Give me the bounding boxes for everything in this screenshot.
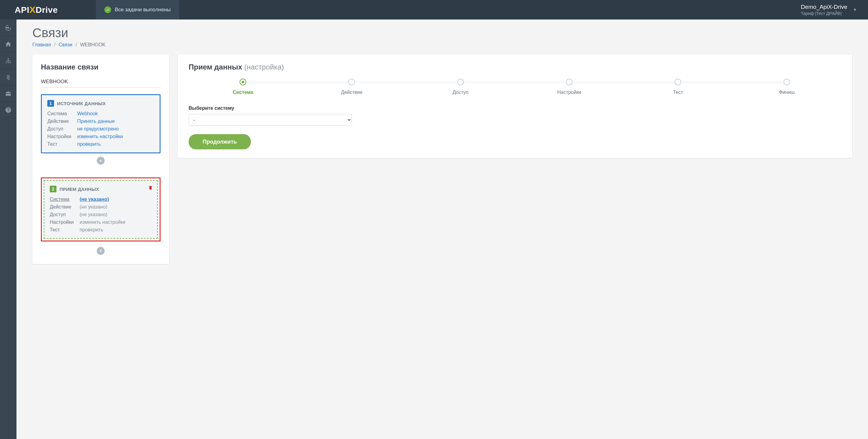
connector-2: + [41, 243, 160, 255]
dst-action-v: (не указано) [80, 204, 152, 210]
account-menu[interactable]: Demo_ApiX-Drive Тариф |Тест ДРАЙВ| ▼ [801, 3, 868, 16]
breadcrumb-home[interactable]: Главная [32, 42, 51, 47]
step-test[interactable]: Тест [623, 79, 732, 95]
system-select-label: Выберите систему [189, 105, 841, 111]
dest-block-highlight: 2 ПРИЕМ ДАННЫХ Система (не указано) Дейс… [41, 177, 160, 241]
breadcrumb-links[interactable]: Связи [59, 42, 72, 47]
rail-briefcase-icon[interactable] [0, 86, 17, 102]
system-select[interactable]: - [189, 114, 352, 126]
connector-1: + [41, 153, 160, 165]
connection-name-input[interactable] [41, 77, 160, 88]
step-dot-icon [348, 79, 355, 86]
dst-action-k: Действие [50, 204, 80, 210]
add-step-button-2[interactable]: + [97, 247, 105, 255]
logo-pre: API [14, 5, 29, 14]
rail-billing-icon[interactable] [0, 69, 17, 86]
config-title-sub: (настройка) [244, 63, 284, 71]
rail-connections-icon[interactable] [0, 53, 17, 69]
dest-block-title: ПРИЕМ ДАННЫХ [60, 187, 99, 192]
logo-post: Drive [36, 5, 58, 14]
rail-home-icon[interactable] [0, 36, 17, 53]
source-block-title: ИСТОЧНИК ДАННЫХ [57, 101, 106, 106]
side-rail [0, 20, 17, 273]
dst-system-k: Система [50, 197, 80, 202]
step-finish[interactable]: Финиш [733, 79, 841, 95]
chevron-down-icon: ▼ [853, 7, 857, 12]
step-dot-icon [566, 79, 572, 86]
src-system-v[interactable]: Webhook [77, 111, 98, 116]
check-circle-icon [104, 6, 111, 13]
dst-settings-v: изменить настройки [80, 220, 152, 225]
step-action[interactable]: Действие [297, 79, 406, 95]
src-action-k: Действие [47, 119, 77, 124]
source-step-badge: 1 [47, 100, 54, 107]
dest-block[interactable]: 2 ПРИЕМ ДАННЫХ Система (не указано) Дейс… [44, 180, 158, 239]
dst-access-k: Доступ [50, 212, 80, 217]
dst-test-v: проверить [80, 227, 152, 233]
src-settings-k: Настройки [47, 134, 77, 139]
dst-access-v: (не указано) [80, 212, 152, 217]
src-access-v[interactable]: не предусмотрено [77, 126, 119, 131]
tasks-status-chip[interactable]: Все задачи выполнены [96, 0, 179, 20]
config-title-main: Прием данных [189, 63, 244, 71]
account-plan: Тариф |Тест ДРАЙВ| [801, 11, 847, 16]
step-settings[interactable]: Настройки [515, 79, 623, 95]
connection-sidebar-card: Название связи 1 ИСТОЧНИК ДАННЫХ Система… [32, 54, 169, 264]
breadcrumb: Главная / Связи / WEBHOOK [32, 42, 852, 47]
dst-test-k: Тест [50, 227, 80, 233]
config-panel-card: Прием данных (настройка) Система Действи… [178, 54, 852, 158]
rail-login-icon[interactable] [0, 20, 17, 36]
src-test-k: Тест [47, 141, 77, 147]
rail-help-icon[interactable] [0, 102, 17, 118]
src-system-k: Система [47, 111, 77, 116]
topbar: APIXDrive Все задачи выполнены Demo_ApiX… [0, 0, 868, 20]
wizard-stepper: Система Действие Доступ Настройки Тест [189, 79, 841, 95]
step-dot-icon [783, 79, 790, 86]
connection-name-heading: Название связи [41, 63, 160, 71]
dst-system-v[interactable]: (не указано) [80, 197, 109, 202]
dest-step-badge: 2 [50, 185, 57, 192]
src-settings-v[interactable]: изменить настройки [77, 134, 123, 139]
breadcrumb-current: WEBHOOK [80, 42, 105, 47]
step-dot-icon [240, 79, 246, 86]
step-dot-icon [675, 79, 681, 86]
dest-delete-button[interactable] [148, 185, 153, 192]
source-block[interactable]: 1 ИСТОЧНИК ДАННЫХ Система Webhook Действ… [41, 94, 160, 153]
logo-x-icon: X [29, 5, 36, 14]
continue-button[interactable]: Продолжить [189, 134, 251, 149]
step-access[interactable]: Доступ [406, 79, 515, 95]
status-text: Все задачи выполнены [115, 7, 170, 13]
dst-settings-k: Настройки [50, 220, 80, 225]
add-step-button[interactable]: + [97, 157, 105, 165]
step-dot-icon [457, 79, 464, 86]
logo[interactable]: APIXDrive [0, 5, 96, 15]
main-content: Связи Главная / Связи / WEBHOOK Название… [17, 20, 868, 273]
page-title: Связи [32, 26, 852, 40]
src-access-k: Доступ [47, 126, 77, 132]
src-test-v[interactable]: проверить [77, 141, 101, 147]
src-action-v[interactable]: Принять данные [77, 119, 115, 124]
config-panel-title: Прием данных (настройка) [189, 63, 841, 71]
account-name: Demo_ApiX-Drive [801, 3, 847, 11]
step-system[interactable]: Система [189, 79, 297, 95]
